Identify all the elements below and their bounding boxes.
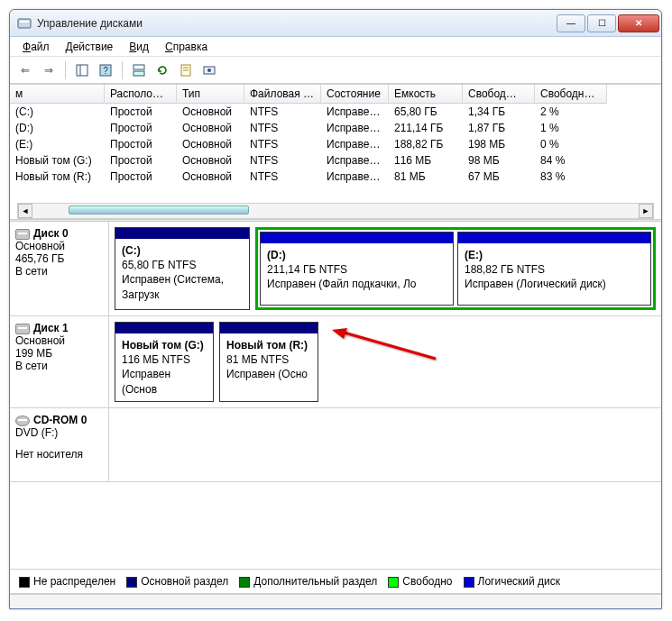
cell-cap: 81 МБ [389, 169, 463, 185]
title-bar[interactable]: Управление дисками — ☐ ✕ [10, 10, 661, 37]
svg-rect-7 [133, 71, 144, 76]
partition-g[interactable]: Новый том (G:) 116 МБ NTFS Исправен (Осн… [115, 322, 214, 402]
disk-type: Основной [15, 334, 103, 347]
volume-row[interactable]: (C:)ПростойОсновнойNTFSИсправен…65,80 ГБ… [10, 104, 661, 120]
cell-fs: NTFS [244, 152, 321, 169]
menu-help[interactable]: Справка [158, 39, 215, 55]
partition-r[interactable]: Новый том (R:) 81 МБ NTFS Исправен (Осно [219, 322, 318, 402]
disk-info-1[interactable]: Диск 1 Основной 199 МБ В сети [10, 316, 109, 407]
disk-size: 199 МБ [15, 347, 103, 360]
legend-free: Свободно [388, 575, 452, 588]
refresh-button[interactable] [152, 60, 172, 80]
menu-file[interactable]: Файл [15, 39, 57, 55]
cell-fs: NTFS [244, 120, 321, 136]
partition-size: 116 МБ NTFS [122, 352, 207, 367]
scroll-right-button[interactable]: ► [639, 204, 653, 218]
volume-row[interactable]: Новый том (R:)ПростойОсновнойNTFSИсправе… [10, 169, 661, 185]
minimize-button[interactable]: — [557, 14, 585, 32]
cell-pct: 84 % [535, 152, 607, 169]
partition-name: Новый том (G:) [122, 338, 207, 352]
volume-row[interactable]: (E:)ПростойОсновнойNTFSИсправен…188,82 Г… [10, 136, 661, 152]
cell-layout: Простой [105, 104, 177, 120]
horizontal-scrollbar[interactable]: ◄ ► [17, 203, 654, 219]
show-hide-tree-button[interactable] [72, 60, 92, 80]
cell-fs: NTFS [244, 169, 321, 185]
col-status[interactable]: Состояние [321, 85, 389, 104]
cell-free: 198 МБ [463, 136, 535, 152]
cell-pct: 1 % [535, 120, 607, 136]
disk-size: 465,76 ГБ [15, 252, 103, 265]
maximize-button[interactable]: ☐ [587, 14, 616, 32]
disk-icon [15, 229, 30, 240]
properties-button[interactable] [176, 60, 196, 80]
col-volume[interactable]: м [10, 85, 105, 104]
legend-unallocated: Не распределен [19, 575, 115, 588]
partition-status: Исправен (Система, Загрузк [122, 272, 243, 301]
cell-state: Исправен… [321, 169, 389, 185]
svg-rect-6 [133, 65, 144, 69]
cell-cap: 65,80 ГБ [389, 104, 463, 120]
partition-name: (E:) [465, 248, 644, 262]
cell-cap: 188,82 ГБ [389, 136, 463, 152]
partition-d[interactable]: (D:) 211,14 ГБ NTFS Исправен (Файл подка… [260, 232, 454, 306]
col-capacity[interactable]: Емкость [389, 85, 463, 104]
disk-title: CD-ROM 0 [33, 414, 87, 426]
disk-info-cd[interactable]: CD-ROM 0 DVD (F:) Нет носителя [10, 408, 109, 481]
disk-info-0[interactable]: Диск 0 Основной 465,76 ГБ В сети [10, 222, 109, 315]
settings-button[interactable] [199, 60, 219, 80]
close-button[interactable]: ✕ [618, 14, 659, 32]
status-bar [10, 594, 661, 608]
cell-name: Новый том (R:) [10, 169, 105, 185]
col-pct[interactable]: Свободно % [535, 85, 607, 104]
cell-layout: Простой [105, 152, 177, 169]
col-filesystem[interactable]: Файловая с… [244, 85, 321, 104]
legend: Не распределен Основной раздел Дополните… [10, 569, 661, 594]
menu-action[interactable]: Действие [59, 39, 121, 55]
disk-status: В сети [15, 265, 103, 278]
col-free[interactable]: Свобод… [463, 85, 535, 104]
volume-row[interactable]: (D:)ПростойОсновнойNTFSИсправен…211,14 Г… [10, 120, 661, 136]
partition-size: 211,14 ГБ NTFS [267, 262, 446, 277]
col-type[interactable]: Тип [177, 85, 244, 104]
partition-name: (D:) [267, 248, 446, 262]
cell-pct: 0 % [535, 136, 607, 152]
partition-e[interactable]: (E:) 188,82 ГБ NTFS Исправен (Логический… [457, 232, 651, 306]
volume-row[interactable]: Новый том (G:)ПростойОсновнойNTFSИсправе… [10, 152, 661, 169]
partition-status: Исправен (Основ [122, 367, 207, 396]
column-headers: м Располо… Тип Файловая с… Состояние Емк… [10, 85, 661, 104]
scroll-thumb[interactable] [69, 205, 249, 215]
scroll-track[interactable] [32, 204, 639, 218]
legend-logical: Логический диск [464, 575, 561, 588]
partition-header [261, 233, 453, 243]
toolbar-divider [65, 61, 66, 79]
legend-extended: Дополнительный раздел [239, 575, 377, 588]
cell-cap: 116 МБ [389, 152, 463, 169]
legend-primary: Основной раздел [126, 575, 228, 588]
cell-type: Основной [177, 120, 244, 136]
cell-fs: NTFS [244, 104, 321, 120]
volume-list: м Располо… Тип Файловая с… Состояние Емк… [10, 84, 661, 219]
svg-rect-2 [77, 65, 87, 76]
nav-forward-button[interactable]: ⇒ [39, 60, 59, 80]
partition-status: Исправен (Файл подкачки, Ло [267, 277, 446, 291]
menu-view[interactable]: Вид [122, 39, 156, 55]
svg-point-12 [207, 68, 211, 72]
cell-fs: NTFS [244, 136, 321, 152]
partition-c[interactable]: (C:) 65,80 ГБ NTFS Исправен (Система, За… [115, 227, 250, 310]
cell-state: Исправен… [321, 104, 389, 120]
cell-pct: 83 % [535, 169, 607, 185]
window-title: Управление дисками [37, 17, 555, 30]
cell-state: Исправен… [321, 136, 389, 152]
view-top-button[interactable] [129, 60, 149, 80]
disk-title: Диск 0 [33, 227, 69, 240]
cell-state: Исправен… [321, 120, 389, 136]
col-layout[interactable]: Располо… [105, 85, 177, 104]
scroll-left-button[interactable]: ◄ [18, 204, 32, 218]
help-button[interactable]: ? [96, 60, 115, 80]
cell-free: 67 МБ [463, 169, 535, 185]
cell-name: Новый том (G:) [10, 152, 105, 169]
nav-back-button[interactable]: ⇐ [15, 60, 35, 80]
disk-icon [15, 324, 30, 334]
disk-type: DVD (F:) [15, 426, 103, 439]
partition-name: (C:) [122, 243, 243, 258]
